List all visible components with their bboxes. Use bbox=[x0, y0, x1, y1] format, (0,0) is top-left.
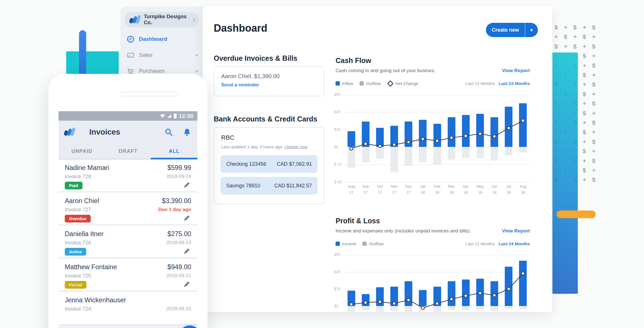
outflow-bar bbox=[476, 307, 484, 310]
y-axis-label: $0 bbox=[334, 145, 338, 149]
status-badge: Partial bbox=[65, 281, 86, 289]
overdue-card: Aaron Chiel, $1,390.00 Send a reminder bbox=[214, 66, 324, 96]
outflow-bar bbox=[390, 307, 398, 311]
company-switcher[interactable]: Turnpike Designs Co. bbox=[124, 12, 199, 27]
pattern-glyph: $ bbox=[583, 129, 586, 135]
invoice-date: 2018-09-24 bbox=[166, 174, 191, 179]
x-axis-label: Aug18 bbox=[516, 184, 530, 195]
status-time: 12:30 bbox=[179, 113, 193, 119]
pattern-glyph: $ bbox=[583, 52, 586, 59]
income-legend-label: Income bbox=[342, 241, 356, 246]
outflow-legend-label: Outflow bbox=[366, 81, 381, 86]
inflow-bar bbox=[505, 267, 512, 306]
dashboard-icon bbox=[127, 35, 134, 43]
account-balance: CAD $7,062.91 bbox=[277, 161, 312, 167]
update-now-link[interactable]: Update now bbox=[284, 144, 307, 149]
yellow-decor-dash bbox=[556, 210, 596, 218]
cashflow-heading: Cash Flow bbox=[336, 56, 371, 65]
profitloss-view-report-link[interactable]: View Report bbox=[502, 228, 530, 234]
x-axis-label: Apr18 bbox=[459, 184, 473, 195]
status-badge: Paid bbox=[65, 182, 82, 189]
cashflow-range-24-months[interactable]: Last 24 Months bbox=[499, 81, 530, 86]
company-name: Turnpike Designs Co. bbox=[144, 14, 192, 26]
inflow-bar bbox=[490, 117, 498, 147]
invoice-list-item[interactable]: Aaron Chiel Invoice 727 Overdue $3,390.0… bbox=[58, 193, 197, 226]
phone-screen: 12:30 Invoices UNPAID DRAFT ALL bbox=[58, 111, 197, 328]
wifi-icon bbox=[160, 114, 165, 118]
status-badge: Active bbox=[65, 248, 86, 256]
send-reminder-link[interactable]: Send a reminder bbox=[221, 82, 317, 88]
profitloss-chart: $60$40$20$0 bbox=[334, 251, 531, 312]
profitloss-range-24-months[interactable]: Last 24 Months bbox=[499, 241, 530, 246]
cashflow-subtitle: Cash coming in and going out of your bus… bbox=[336, 68, 435, 74]
inflow-bar bbox=[519, 103, 527, 147]
sidebar-item-dashboard[interactable]: Dashboard bbox=[127, 34, 199, 44]
pattern-glyph: $ bbox=[583, 148, 586, 155]
pattern-glyph: + bbox=[583, 176, 586, 183]
create-new-button[interactable]: Create new ▼ bbox=[486, 23, 538, 37]
edit-pencil-icon[interactable] bbox=[183, 280, 191, 288]
chevron-down-icon bbox=[194, 53, 199, 58]
invoice-list-item[interactable]: Nadine Mamari Invoice 728 Paid $599.99 2… bbox=[58, 159, 197, 193]
outflow-bar bbox=[419, 147, 427, 162]
pattern-glyph: + bbox=[554, 33, 558, 40]
bell-icon[interactable] bbox=[183, 128, 191, 137]
pattern-glyph: + bbox=[583, 100, 586, 107]
cashflow-view-report-link[interactable]: View Report bbox=[502, 68, 530, 74]
x-axis-label: Aug17 bbox=[344, 184, 358, 195]
invoice-list-item[interactable]: Daniella Itner Invoice 726 Active $275.0… bbox=[58, 226, 197, 259]
page-title: Dashboard bbox=[214, 22, 267, 34]
pattern-glyph: $ bbox=[592, 119, 595, 126]
x-axis-label: Jun18 bbox=[487, 184, 502, 195]
bank-heading: Bank Accounts & Credit Cards bbox=[214, 115, 317, 123]
overdue-heading: Overdue Invoices & Bills bbox=[214, 54, 297, 62]
chevron-down-icon[interactable]: ▼ bbox=[525, 28, 538, 33]
tab-draft[interactable]: DRAFT bbox=[105, 148, 151, 154]
outflow-bar bbox=[519, 147, 527, 153]
phone-speaker bbox=[121, 92, 179, 96]
app-title: Invoices bbox=[89, 128, 164, 137]
inflow-bar bbox=[390, 126, 398, 147]
outflow-bar bbox=[419, 307, 427, 311]
inflow-bar bbox=[419, 120, 427, 147]
account-row-savings[interactable]: Savings 78910 CAD $11,842.57 bbox=[221, 177, 318, 195]
account-row-checking[interactable]: Checking 123456 CAD $7,062.91 bbox=[221, 155, 318, 173]
invoice-list-item[interactable]: Matthew Fontaine Invoice 725 Partial $94… bbox=[58, 259, 197, 292]
outflow-bar bbox=[433, 307, 441, 312]
pattern-glyph: + bbox=[583, 62, 586, 69]
inflow-bar bbox=[348, 131, 355, 147]
edit-pencil-icon[interactable] bbox=[183, 214, 191, 222]
tabs-bar: UNPAID DRAFT ALL bbox=[58, 143, 197, 159]
pattern-glyph: + bbox=[592, 91, 595, 98]
search-icon[interactable] bbox=[164, 128, 173, 137]
inflow-bar bbox=[405, 281, 412, 306]
edit-pencil-icon[interactable] bbox=[183, 181, 191, 189]
bank-name: RBC bbox=[221, 134, 317, 141]
gradient-decor-bar bbox=[552, 52, 578, 294]
pattern-glyph: $ bbox=[592, 157, 595, 164]
pattern-glyph: + bbox=[583, 157, 586, 164]
pattern-glyph: $ bbox=[583, 110, 586, 117]
profitloss-range-12-months[interactable]: Last 12 Months bbox=[465, 241, 495, 246]
y-axis-label: $-40 bbox=[334, 180, 342, 184]
status-badge: Overdue bbox=[65, 215, 91, 222]
tab-unpaid[interactable]: UNPAID bbox=[58, 148, 105, 154]
edit-pencil-icon[interactable] bbox=[183, 247, 191, 255]
tab-all[interactable]: ALL bbox=[151, 148, 197, 154]
x-axis-label: Mar18 bbox=[444, 184, 459, 195]
cashflow-chart: $60$40$20$0$-20$-40Aug17Sep17Oct17Nov17D… bbox=[334, 92, 531, 195]
profitloss-subrow: Income and expenses only (includes unpai… bbox=[336, 228, 530, 234]
net-change-legend-label: Net Change bbox=[395, 81, 418, 86]
outflow-legend-swatch bbox=[360, 81, 364, 86]
sidebar-item-sales[interactable]: Sales bbox=[127, 50, 199, 60]
outflow-bar bbox=[376, 147, 384, 159]
gridline bbox=[344, 254, 530, 255]
pattern-glyph: $ bbox=[583, 72, 586, 78]
pattern-glyph: + bbox=[583, 43, 586, 50]
outflow-bar bbox=[462, 147, 470, 158]
create-new-label: Create new bbox=[486, 27, 525, 33]
invoice-list-item[interactable]: Jenna Wickenhauser Invoice 724 2018-09-2… bbox=[58, 292, 197, 325]
inflow-bar bbox=[405, 122, 412, 147]
cashflow-range-12-months[interactable]: Last 12 Months bbox=[465, 81, 495, 86]
invoice-amount: $949.00 bbox=[167, 263, 191, 271]
